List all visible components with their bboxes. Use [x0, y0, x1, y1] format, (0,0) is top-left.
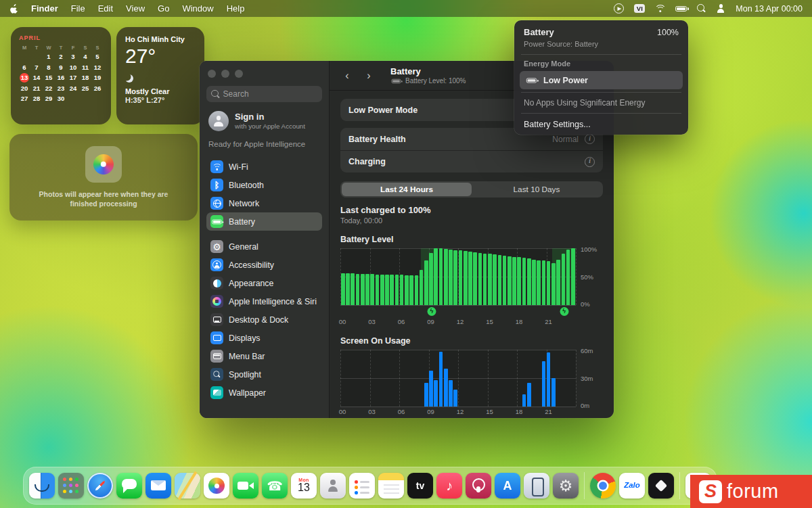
forward-button[interactable]: › [361, 68, 377, 84]
dock-dark-app-icon[interactable] [648, 473, 674, 499]
sidebar-item-accessibility[interactable]: Accessibility [206, 256, 322, 274]
sidebar-item-battery[interactable]: Battery [206, 212, 322, 231]
window-controls [206, 68, 322, 86]
sidebar-item-bluetooth[interactable]: ᛒBluetooth [206, 176, 322, 194]
sidebar-item-label: Battery [229, 217, 255, 227]
zoom-window-button[interactable] [235, 70, 243, 78]
bar [405, 275, 409, 305]
dock-reminders-icon[interactable] [349, 473, 375, 499]
low-power-battery-icon [526, 78, 537, 83]
dock-contacts-icon[interactable] [320, 473, 346, 499]
menu-help[interactable]: Help [227, 3, 245, 14]
calendar-day-cell [68, 94, 78, 104]
menu-file[interactable]: File [71, 3, 85, 14]
weather-high-low: H:35° L:27° [125, 96, 196, 104]
sidebar-item-desktop-dock[interactable]: Desktop & Dock [206, 310, 322, 329]
tab-last-10-days[interactable]: Last 10 Days [472, 183, 602, 196]
sidebar-item-label: Wi-Fi [229, 162, 248, 172]
dock-phone-icon[interactable]: ☎ [262, 473, 288, 499]
battery-level-bars [341, 248, 575, 305]
sidebar-item-general[interactable]: ⚙General [206, 237, 322, 256]
close-window-button[interactable] [208, 70, 216, 78]
bar [571, 248, 575, 305]
dock-maps-icon[interactable] [175, 473, 200, 499]
dock-settings-icon[interactable]: ⚙ [553, 473, 579, 499]
dock-chrome-icon[interactable] [590, 473, 616, 499]
screen-on-usage-chart: 60m30m0m [340, 350, 603, 407]
menubar-clock[interactable]: Mon 13 Apr 00:00 [736, 4, 803, 14]
dock-messages-icon[interactable] [116, 473, 142, 499]
tab-last-24-hours[interactable]: Last 24 Hours [342, 183, 472, 196]
battery-level-x-labels: 0003060912151821 [340, 318, 576, 326]
dock-zalo-icon[interactable]: Zalo [619, 473, 645, 499]
battery-level-icon [392, 78, 401, 83]
sidebar-item-wallpaper[interactable]: Wallpaper [206, 384, 322, 402]
bar [512, 257, 516, 305]
menu-finder[interactable]: Finder [31, 3, 58, 14]
menu-edit[interactable]: Edit [98, 3, 113, 14]
avatar [208, 111, 229, 131]
sforum-watermark: S forum [690, 475, 812, 508]
weather-widget[interactable]: Ho Chi Minh City 27° Mostly Clear H:35° … [116, 27, 204, 124]
charging-label: Charging [348, 157, 386, 166]
sidebar-item-displays[interactable]: Displays [206, 329, 322, 347]
menu-go[interactable]: Go [158, 3, 169, 14]
calendar-grid: MTWTFSS123456789101112131415161718192021… [19, 45, 103, 104]
sidebar-item-wifi[interactable]: Wi-Fi [206, 158, 322, 176]
sidebar-item-network[interactable]: Network [206, 194, 322, 212]
sidebar-item-siri[interactable]: Apple Intelligence & Siri [206, 292, 322, 310]
now-playing-icon[interactable]: ▶ [614, 3, 624, 14]
dock-calendar-icon[interactable]: Mon13 [291, 473, 317, 499]
bar [370, 274, 374, 305]
user-switch-icon[interactable] [716, 4, 725, 14]
calendar-day-cell: 23 [55, 84, 66, 94]
bar [453, 390, 457, 407]
bar [527, 258, 531, 305]
photos-widget[interactable]: Photos will appear here when they are fi… [9, 134, 198, 221]
dock-photos-icon[interactable] [204, 473, 229, 499]
minimize-window-button[interactable] [221, 70, 229, 78]
dock-notes-icon[interactable] [378, 473, 404, 499]
dock-safari-icon[interactable] [87, 473, 113, 499]
settings-search-field[interactable] [206, 86, 322, 102]
bar [415, 275, 419, 305]
bar [356, 274, 360, 305]
calendar-widget[interactable]: APRIL MTWTFSS123456789101112131415161718… [11, 27, 111, 124]
bar [562, 254, 566, 305]
input-source-badge[interactable]: VI [634, 4, 645, 13]
dock-tv-icon[interactable]: tv [407, 473, 433, 499]
low-power-menu-item[interactable]: Low Power [520, 71, 683, 89]
menu-window[interactable]: Window [182, 3, 213, 14]
dock-facetime-icon[interactable] [233, 473, 258, 499]
back-button[interactable]: ‹ [339, 68, 355, 84]
sign-in-row[interactable]: Sign in with your Apple Account [206, 102, 322, 135]
battery-settings-menu-item[interactable]: Battery Settings... [514, 116, 688, 131]
sidebar-item-spotlight[interactable]: Spotlight [206, 365, 322, 384]
calendar-day-cell: 15 [43, 73, 54, 83]
sidebar-item-label: General [229, 242, 258, 252]
dock-app-store-icon[interactable]: A [495, 473, 520, 499]
dock-music-icon[interactable]: ♪ [436, 473, 462, 499]
charging-row[interactable]: Charging i [340, 150, 603, 172]
spotlight-search-icon[interactable] [697, 4, 706, 13]
menu-view[interactable]: View [126, 3, 145, 14]
battery-status-icon[interactable] [675, 6, 687, 11]
dock-divider [679, 472, 680, 499]
battery-health-label: Battery Health [348, 135, 406, 144]
apple-menu-icon[interactable] [9, 3, 18, 14]
wifi-status-icon[interactable] [655, 5, 665, 13]
calendar-day-cell [92, 94, 103, 104]
dock-mail-icon[interactable] [145, 473, 171, 499]
charging-info-icon[interactable]: i [585, 157, 595, 167]
search-input[interactable] [223, 89, 317, 99]
last-charged-subtitle: Today, 00:00 [340, 216, 603, 225]
sidebar-item-menu-bar[interactable]: Menu Bar [206, 347, 322, 365]
dock-launchpad-icon[interactable] [58, 473, 84, 499]
sidebar-item-label: Desktop & Dock [229, 315, 288, 325]
dock-finder-icon[interactable] [29, 473, 55, 499]
battery-health-info-icon[interactable]: i [585, 134, 595, 144]
dock-podcasts-icon[interactable] [466, 473, 491, 499]
sidebar-item-appearance[interactable]: Appearance [206, 274, 322, 292]
dock-iphone-mirroring-icon[interactable] [524, 473, 549, 499]
battery-menu-popover: Battery 100% Power Source: Battery Energ… [514, 20, 688, 135]
